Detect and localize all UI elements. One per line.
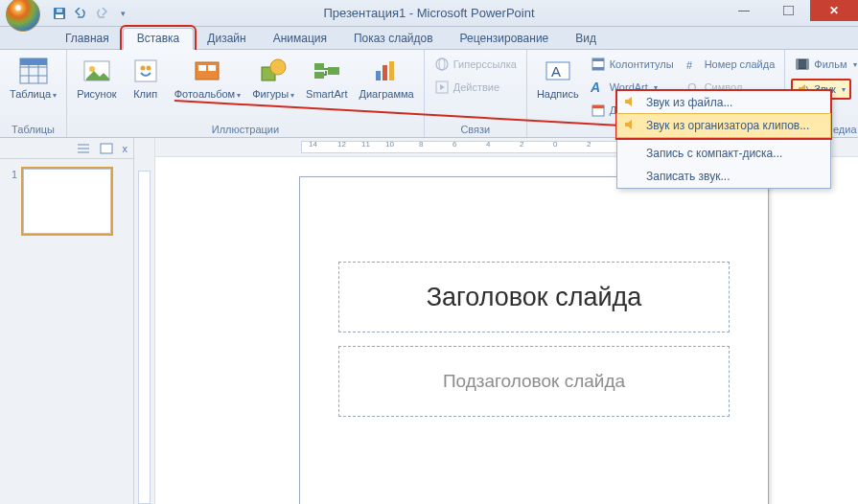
svg-rect-41 — [806, 59, 808, 69]
slidenumber-button[interactable]: # Номер слайда — [682, 54, 779, 75]
tab-home[interactable]: Главная — [52, 29, 123, 49]
slide-thumb-number: 1 — [12, 169, 17, 234]
slide-panel-tabs: x — [0, 138, 133, 159]
group-illustrations: Рисунок Клип Фотоальбом▾ Фигуры▾ SmartAr… — [67, 50, 425, 137]
tab-review[interactable]: Рецензирование — [447, 29, 563, 49]
picture-button[interactable]: Рисунок — [73, 54, 121, 102]
hyperlink-button[interactable]: Гиперссылка — [430, 54, 521, 75]
svg-text:A: A — [551, 63, 561, 80]
svg-text:A: A — [591, 80, 600, 95]
action-label: Действие — [453, 81, 499, 93]
action-icon — [434, 80, 450, 95]
tab-animation[interactable]: Анимация — [260, 29, 340, 49]
picture-icon — [81, 56, 112, 86]
sound-organizer-icon — [623, 118, 638, 133]
wordart-icon: A — [591, 80, 606, 95]
svg-rect-33 — [592, 67, 604, 70]
picture-label: Рисунок — [77, 88, 117, 100]
movie-icon — [795, 57, 810, 72]
svg-rect-16 — [198, 65, 206, 71]
slide-thumbnail-row: 1 — [0, 159, 133, 243]
title-placeholder[interactable]: Заголовок слайда — [338, 262, 730, 332]
tab-insert[interactable]: Вставка — [123, 28, 195, 50]
textbox-label: Надпись — [537, 88, 579, 100]
svg-rect-12 — [135, 60, 156, 81]
clip-label: Клип — [133, 88, 157, 100]
tab-design[interactable]: Дизайн — [194, 29, 259, 49]
svg-rect-45 — [101, 144, 112, 153]
tab-slideshow[interactable]: Показ слайдов — [340, 29, 447, 49]
slide[interactable]: Заголовок слайда Подзаголовок слайда — [299, 176, 769, 504]
ribbon: Таблица▾ Таблицы Рисунок Клип Фотоальбом… — [0, 50, 858, 138]
svg-rect-21 — [314, 72, 324, 79]
slidenumber-label: Номер слайда — [705, 58, 776, 70]
svg-rect-36 — [592, 105, 604, 108]
group-tables: Таблица▾ Таблицы — [0, 50, 67, 137]
svg-rect-23 — [376, 71, 381, 80]
dd-sound-from-file[interactable]: Звук из файла... — [617, 91, 830, 114]
dd-separator — [621, 139, 826, 140]
photoalbum-icon — [192, 56, 222, 86]
panel-close-button[interactable]: x — [123, 143, 128, 154]
textbox-button[interactable]: A Надпись — [533, 54, 583, 102]
minimize-button[interactable]: — — [722, 0, 766, 21]
ribbon-tabs: Главная Вставка Дизайн Анимация Показ сл… — [0, 27, 858, 50]
movie-label: Фильм — [814, 58, 846, 70]
table-label: Таблица — [10, 88, 51, 100]
close-button[interactable]: ✕ — [810, 0, 858, 21]
action-button[interactable]: Действие — [430, 77, 521, 98]
smartart-label: SmartArt — [306, 88, 347, 100]
photoalbum-label: Фотоальбом — [174, 88, 236, 100]
movie-button[interactable]: Фильм▾ — [791, 54, 858, 75]
sound-file-icon — [623, 95, 638, 110]
outline-tab-icon[interactable] — [77, 143, 90, 154]
dd-sound-from-cd[interactable]: Запись с компакт-диска... — [617, 142, 830, 165]
clip-icon — [130, 56, 161, 86]
svg-rect-32 — [592, 58, 604, 61]
shapes-label: Фигуры — [252, 88, 289, 100]
textbox-icon: A — [543, 56, 573, 86]
shapes-icon — [258, 56, 289, 86]
svg-rect-1 — [56, 14, 63, 18]
qat-dropdown-icon[interactable]: ▾ — [115, 6, 130, 21]
table-button[interactable]: Таблица▾ — [6, 54, 60, 103]
group-illustrations-label: Иллюстрации — [73, 123, 418, 136]
save-icon[interactable] — [52, 6, 67, 21]
svg-rect-25 — [389, 61, 394, 80]
photoalbum-button[interactable]: Фотоальбом▾ — [171, 54, 245, 103]
quick-access-toolbar: ▾ — [52, 6, 130, 21]
dd-sound-from-organizer[interactable]: Звук из организатора клипов... — [616, 113, 831, 138]
slides-tab-icon[interactable] — [100, 143, 113, 154]
maximize-button[interactable] — [766, 0, 810, 21]
svg-rect-40 — [797, 59, 799, 69]
slide-thumbnail[interactable] — [23, 169, 111, 234]
svg-point-19 — [270, 59, 286, 75]
svg-point-14 — [146, 66, 151, 71]
svg-rect-2 — [57, 9, 62, 12]
headerfooter-button[interactable]: Колонтитулы — [587, 54, 678, 75]
slide-canvas: 14 12 11 10 8 6 4 2 0 2 4 6 8 10 11 Заго… — [155, 138, 858, 504]
chart-label: Диаграмма — [359, 88, 414, 100]
svg-rect-3 — [783, 6, 794, 15]
table-icon — [18, 56, 49, 86]
title-bar: ▾ Презентация1 - Microsoft PowerPoint — … — [0, 0, 858, 27]
group-links: Гиперссылка Действие Связи — [425, 50, 527, 137]
office-button[interactable] — [6, 0, 40, 32]
chart-button[interactable]: Диаграмма — [356, 54, 418, 102]
svg-point-26 — [436, 58, 448, 70]
shapes-button[interactable]: Фигуры▾ — [248, 54, 298, 103]
dd-record-sound[interactable]: Записать звук... — [617, 165, 830, 188]
hyperlink-label: Гиперссылка — [453, 58, 517, 70]
smartart-button[interactable]: SmartArt — [302, 54, 351, 102]
subtitle-placeholder[interactable]: Подзаголовок слайда — [338, 346, 730, 417]
svg-point-13 — [140, 66, 145, 71]
chart-icon — [371, 56, 402, 86]
sound-dropdown: Звук из файла... Звук из организатора кл… — [616, 90, 831, 189]
clip-button[interactable]: Клип — [125, 54, 167, 102]
undo-icon[interactable] — [73, 6, 88, 21]
redo-icon[interactable] — [94, 6, 109, 21]
date-icon — [591, 103, 606, 118]
tab-view[interactable]: Вид — [562, 29, 610, 49]
slidenumber-icon: # — [685, 57, 701, 72]
headerfooter-label: Колонтитулы — [610, 58, 674, 70]
